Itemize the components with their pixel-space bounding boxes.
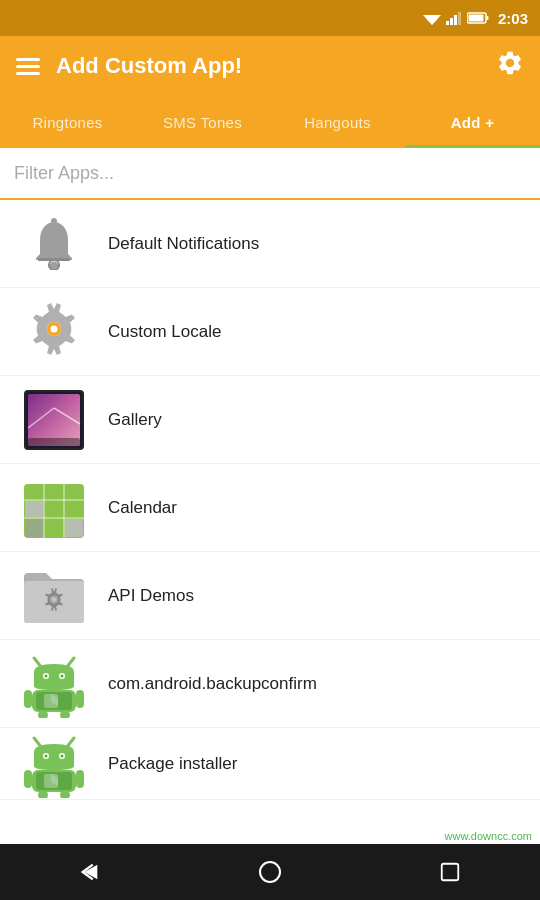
status-time: 2:03 [498, 10, 528, 27]
app-item-gallery[interactable]: Gallery [0, 376, 540, 464]
app-item-default-notifications[interactable]: Default Notifications [0, 200, 540, 288]
app-item-api-demos[interactable]: API Demos [0, 552, 540, 640]
app-list: Default Notifications Custom Locale [0, 200, 540, 800]
tab-sms-tones[interactable]: SMS Tones [135, 96, 270, 148]
watermark: www.downcc.com [445, 830, 532, 842]
svg-rect-24 [28, 438, 80, 446]
app-label-package-installer: Package installer [108, 754, 237, 774]
filter-input[interactable] [14, 163, 526, 184]
wifi-icon [423, 11, 441, 25]
api-demos-icon [22, 567, 86, 625]
filter-bar [0, 148, 540, 200]
battery-icon [467, 12, 489, 24]
svg-point-35 [52, 597, 56, 601]
svg-rect-58 [76, 770, 84, 788]
svg-rect-30 [25, 501, 43, 517]
svg-rect-4 [454, 15, 457, 25]
status-icons: 2:03 [423, 10, 528, 27]
bottom-nav [0, 844, 540, 900]
svg-point-18 [51, 325, 58, 332]
svg-rect-43 [24, 690, 32, 708]
recents-button[interactable] [420, 852, 480, 892]
app-label-custom-locale: Custom Locale [108, 322, 221, 342]
custom-locale-icon [23, 301, 85, 363]
tab-add[interactable]: Add + [405, 96, 540, 148]
menu-button[interactable] [16, 58, 40, 75]
svg-rect-3 [450, 18, 453, 25]
svg-rect-44 [76, 690, 84, 708]
home-icon [258, 860, 282, 884]
tabs-bar: Ringtones SMS Tones Hangouts Add + [0, 96, 540, 148]
signal-icon [446, 11, 462, 25]
back-button[interactable] [60, 852, 120, 892]
app-label-gallery: Gallery [108, 410, 162, 430]
settings-button[interactable] [496, 49, 524, 84]
android-icon-1 [24, 650, 84, 718]
tab-ringtones[interactable]: Ringtones [0, 96, 135, 148]
svg-rect-31 [65, 519, 83, 537]
svg-rect-32 [25, 519, 43, 537]
calendar-icon [22, 476, 86, 540]
svg-rect-57 [24, 770, 32, 788]
app-icon-calendar [20, 474, 88, 542]
app-icon-default-notifications [20, 210, 88, 278]
app-item-package-installer[interactable]: Package installer [0, 728, 540, 800]
recents-icon [439, 861, 461, 883]
svg-point-13 [51, 261, 58, 268]
toolbar-title: Add Custom App! [56, 53, 480, 79]
app-label-default-notifications: Default Notifications [108, 234, 259, 254]
svg-rect-2 [446, 21, 449, 25]
app-icon-custom-locale [20, 298, 88, 366]
gallery-icon [22, 388, 86, 452]
app-label-calendar: Calendar [108, 498, 177, 518]
app-icon-gallery [20, 386, 88, 454]
android-icon-2 [24, 730, 84, 798]
home-button[interactable] [240, 852, 300, 892]
svg-rect-8 [468, 15, 483, 22]
svg-point-54 [45, 754, 48, 757]
svg-rect-7 [486, 16, 488, 20]
toolbar: Add Custom App! [0, 36, 540, 96]
app-icon-package-installer [20, 730, 88, 798]
svg-point-66 [260, 862, 280, 882]
app-icon-backup-confirm [20, 650, 88, 718]
app-icon-api-demos [20, 562, 88, 630]
svg-point-10 [51, 218, 57, 224]
svg-marker-1 [426, 19, 438, 25]
svg-point-41 [61, 674, 64, 677]
svg-rect-67 [442, 864, 459, 881]
back-icon [79, 861, 101, 883]
app-label-backup-confirm: com.android.backupconfirm [108, 674, 317, 694]
gear-icon [496, 49, 524, 77]
bell-icon [32, 218, 76, 270]
status-bar: 2:03 [0, 0, 540, 36]
app-item-backup-confirm[interactable]: com.android.backupconfirm [0, 640, 540, 728]
app-item-calendar[interactable]: Calendar [0, 464, 540, 552]
app-item-custom-locale[interactable]: Custom Locale [0, 288, 540, 376]
svg-point-55 [61, 754, 64, 757]
svg-rect-5 [458, 12, 461, 25]
tab-hangouts[interactable]: Hangouts [270, 96, 405, 148]
svg-point-40 [45, 674, 48, 677]
app-label-api-demos: API Demos [108, 586, 194, 606]
